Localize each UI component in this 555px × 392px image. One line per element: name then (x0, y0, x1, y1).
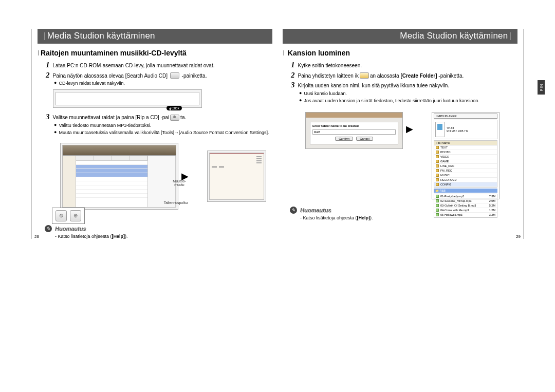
section-heading-left: IRaitojen muuntaminen musiikki-CD-levylt… (38, 49, 272, 57)
list-item: PHOTO (434, 150, 497, 155)
screenshot-device-panel: I.MP3 PLAYER YP-T8 973 MB / 1005.7 M Fil… (432, 112, 499, 199)
knob-icon: ⊚ (55, 210, 67, 221)
page-left: |Media Studion käyttäminen IRaitojen muu… (31, 29, 278, 239)
step-number: 3 (291, 81, 295, 89)
dialog-label: Enter folder name to be created (312, 124, 396, 127)
page-number: 28 (34, 234, 39, 239)
screenshot-media-studio (60, 143, 178, 210)
device-image-icon (435, 122, 445, 137)
list-item: 05-Hallowed.mp33.2M (434, 213, 497, 217)
bullet-text: Valittu tiedosto muunnetaan MP3-tiedosto… (59, 122, 151, 128)
knob-icon: ⊕ (70, 210, 81, 221)
step-number: 1 (291, 61, 295, 69)
step-number: 2 (291, 71, 295, 79)
list-item: MUSIC (434, 173, 497, 178)
bullet-icon: ● (54, 80, 57, 86)
pipe-icon: I (283, 49, 288, 57)
section-heading-right: I Kansion luominen (283, 49, 517, 57)
list-item: 01-PrettyLady.mp37.3M (434, 194, 497, 199)
screenshot-cd-bar: Click (53, 89, 202, 108)
list-item: FM_REC (434, 169, 497, 173)
list-item: TEXT (434, 145, 497, 150)
callout-label: Muutos- muoto (170, 179, 189, 186)
page-title-right: Media Studion käyttäminen | (283, 29, 517, 44)
language-tab: FIN (538, 80, 545, 95)
list-item: VIDEO (434, 155, 497, 159)
note-badge-icon: ✎ (290, 207, 297, 214)
step-number: 2 (46, 71, 50, 79)
bullet-icon: ● (299, 90, 302, 97)
click-callout: Click (166, 106, 182, 110)
device-info: YP-T8 973 MB / 1005.7 M (447, 126, 468, 133)
list-item: 02-SoAlone_HillTop.mp32.0M (434, 199, 497, 203)
callout-label: Tallennuspolku (162, 201, 190, 204)
step-text: Paina näytön alaosassa olevaa [Search Au… (53, 71, 273, 80)
bullet-text: Muuta muuntoasetuksia valitsemalla valik… (59, 129, 269, 136)
note-badge-icon: ✎ (45, 225, 52, 232)
screenshot-settings-panel (207, 151, 266, 202)
step-text: Paina yhdistetyn laitteen ikan alaosasta… (298, 71, 518, 80)
step-number: 3 (46, 113, 50, 121)
column-header: File Name (436, 141, 450, 144)
arrow-right-icon: ▶ (406, 123, 413, 135)
device-title: I.MP3 PLAYER (434, 114, 497, 119)
cancel-button[interactable]: Cancel (356, 137, 373, 141)
pipe-icon: | (43, 31, 47, 41)
note-title: Huomautus (300, 207, 331, 213)
step-text: Kytke soitin tietokoneeseen. (298, 61, 518, 69)
list-item: RECORDED (434, 178, 497, 182)
note-title: Huomautus (55, 226, 86, 232)
create-folder-icon (360, 72, 369, 79)
step-number: 1 (46, 61, 50, 69)
note-text: - Katso lisätietoja ohjeesta ([Help]). (55, 234, 272, 239)
bullet-icon: ● (299, 98, 302, 104)
search-cd-icon (170, 72, 179, 79)
pipe-icon: | (508, 31, 512, 41)
list-item: 03-Goliath Of Getting B.mp35.2M (434, 203, 497, 208)
folder-name-input[interactable] (312, 129, 396, 135)
step-text: Valitse muunnettavat raidat ja paina [Ri… (53, 113, 273, 121)
bullet-text: Jos avaat uuden kansion ja siirrät tiedo… (304, 98, 479, 104)
list-item: 04-Come with Me.mp31.2M (434, 208, 497, 213)
bullet-text: Uusi kansio luodaan. (304, 90, 347, 97)
list-item: LINE_REC (434, 164, 497, 169)
screenshot-create-folder-dialog: Enter folder name to be created Confirm … (305, 112, 403, 149)
confirm-button[interactable]: Confirm (335, 137, 353, 141)
list-item: GAME (434, 159, 497, 164)
rip-cd-icon (170, 115, 179, 121)
page-right: Media Studion käyttäminen | I Kansion lu… (278, 29, 524, 239)
page-number: 29 (516, 234, 521, 239)
bullet-icon: ● (54, 122, 57, 128)
page-title-left: |Media Studion käyttäminen (38, 29, 272, 44)
screenshot-knob-row: ⊚ ⊕ (52, 208, 85, 224)
new-folder-row: 📁 R&B (434, 189, 497, 193)
step-text: Kirjoita uuden kansion nimi, kun sitä py… (298, 81, 518, 89)
bullet-text: CD-levyn raidat tulevat näkyviin. (59, 80, 125, 86)
step-text: Lataa PC:n CD-ROM-asemaan CD-levy, jolla… (53, 61, 273, 69)
list-item: CONFIG (434, 182, 497, 187)
bullet-icon: ● (54, 129, 57, 136)
